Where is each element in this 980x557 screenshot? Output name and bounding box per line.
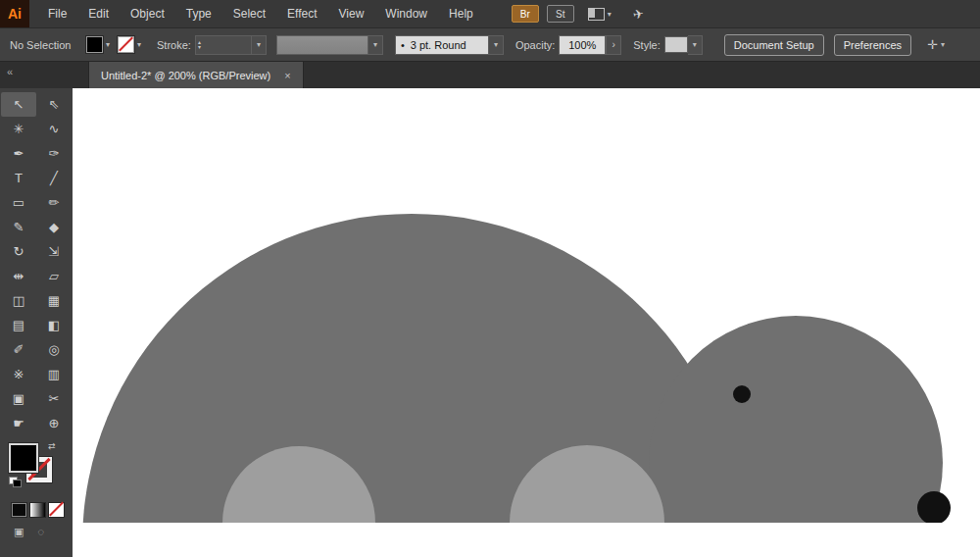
chevron-down-icon: ▾ (494, 40, 498, 49)
menu-item-select[interactable]: Select (222, 0, 276, 27)
lasso-tool[interactable]: ∿ (36, 117, 72, 141)
opacity-label[interactable]: Opacity: (515, 39, 555, 51)
paintbrush-tool[interactable]: ✏ (36, 190, 72, 215)
perspective-grid-tool-icon: ▦ (48, 294, 60, 307)
perspective-grid-tool[interactable]: ▦ (36, 288, 72, 313)
rectangle-tool-icon: ▭ (13, 196, 24, 209)
width-tool[interactable]: ⇹ (1, 264, 36, 288)
shape-builder-tool[interactable]: ◫ (1, 288, 36, 313)
hand-tool[interactable]: ☛ (1, 411, 36, 435)
stock-button[interactable]: St (547, 5, 574, 23)
selection-tool[interactable]: ↖ (1, 92, 36, 117)
zoom-tool-icon: ⊕ (49, 417, 60, 430)
workspace-icon (588, 8, 605, 21)
menu-item-edit[interactable]: Edit (77, 0, 120, 27)
chevron-down-icon: ▾ (257, 40, 261, 49)
blend-tool[interactable]: ◎ (36, 337, 72, 362)
curvature-tool-icon: ✑ (49, 147, 60, 160)
gradient-button[interactable] (29, 502, 46, 518)
free-transform-tool[interactable]: ▱ (36, 264, 72, 288)
free-transform-tool-icon: ▱ (49, 270, 59, 282)
eraser-tool[interactable]: ◆ (36, 215, 72, 239)
workspace-switcher[interactable]: ▾ (582, 8, 612, 21)
line-segment-tool[interactable]: ╱ (36, 166, 72, 190)
none-button[interactable] (48, 502, 65, 518)
scale-tool-icon: ⇲ (49, 245, 60, 258)
artboard-tool[interactable]: ▣ (1, 386, 36, 411)
mesh-tool[interactable]: ▤ (1, 313, 36, 337)
style-label[interactable]: Style: (633, 39, 661, 51)
document-tab[interactable]: Untitled-2* @ 200% (RGB/Preview) × (88, 62, 304, 88)
magic-wand-tool[interactable]: ✳ (1, 117, 36, 141)
eye-dot-shape[interactable] (733, 385, 751, 403)
gpu-performance-icon[interactable]: ✈ (631, 6, 645, 23)
slice-tool[interactable]: ✂ (36, 386, 72, 411)
stroke-weight-label[interactable]: Stroke: (157, 39, 191, 51)
menu-item-effect[interactable]: Effect (276, 0, 327, 27)
zoom-tool[interactable]: ⊕ (36, 411, 72, 435)
gradient-tool[interactable]: ◧ (36, 313, 72, 337)
type-tool[interactable]: T (1, 166, 36, 190)
swap-fill-stroke-icon[interactable]: ⇄ (48, 441, 56, 451)
style-dropdown[interactable]: ▾ (688, 35, 703, 55)
direct-selection-tool[interactable]: ⇖ (36, 92, 72, 117)
chevron-down-icon[interactable]: ▾ (941, 40, 945, 49)
control-bar: No Selection ▾ ▾ Stroke: ▴▾ ▾ ▾ • 3 pt. … (0, 28, 980, 62)
brush-definition-dropdown[interactable]: ▾ (489, 35, 504, 55)
opacity-input[interactable]: 100% (559, 35, 606, 55)
symbol-sprayer-tool-icon: ※ (14, 368, 24, 380)
draw-normal-mode-icon[interactable]: ▣ (14, 526, 24, 538)
direct-selection-tool-icon: ⇖ (49, 98, 60, 111)
menu-item-help[interactable]: Help (438, 0, 484, 27)
chevron-down-icon: ▾ (608, 10, 612, 19)
selection-status-label: No Selection (10, 39, 80, 51)
screen-mode-icon[interactable]: ◌ (37, 526, 44, 538)
appbar-right: Br St ▾ ✈ (512, 5, 644, 23)
collapse-dock-icon[interactable]: « (7, 66, 13, 77)
pen-tool-icon: ✒ (14, 147, 24, 160)
opacity-flyout-button[interactable]: › (606, 35, 621, 55)
stroke-color-swatch[interactable] (118, 36, 134, 53)
black-circle-shape[interactable] (917, 491, 951, 525)
menu-item-object[interactable]: Object (120, 0, 175, 27)
menu-item-window[interactable]: Window (374, 0, 438, 27)
menu-item-file[interactable]: File (37, 0, 77, 27)
style-swatch[interactable] (664, 36, 688, 53)
fill-indicator-swatch[interactable] (9, 443, 38, 473)
rectangle-tool[interactable]: ▭ (1, 190, 36, 215)
control-panel-options-icon[interactable]: ✛ (927, 37, 938, 52)
column-graph-tool[interactable]: ▥ (36, 362, 72, 386)
selection-tool-icon: ↖ (14, 98, 24, 111)
curvature-tool[interactable]: ✑ (36, 141, 72, 166)
artboard[interactable] (73, 88, 980, 557)
pen-tool[interactable]: ✒ (1, 141, 36, 166)
stroke-weight-input[interactable]: ▴▾ (195, 35, 252, 55)
fill-color-swatch[interactable] (86, 36, 103, 53)
preferences-button[interactable]: Preferences (834, 34, 911, 56)
brush-definition-field[interactable]: • 3 pt. Round (395, 35, 489, 55)
color-button[interactable] (11, 502, 27, 518)
document-setup-button[interactable]: Document Setup (724, 34, 824, 56)
width-tool-icon: ⇹ (14, 270, 24, 282)
head-circle-shape[interactable] (649, 316, 943, 557)
width-profile-preview[interactable] (276, 35, 368, 55)
scale-tool[interactable]: ⇲ (36, 239, 72, 264)
menu-item-view[interactable]: View (328, 0, 375, 27)
eyedropper-tool[interactable]: ✐ (1, 337, 36, 362)
close-icon[interactable]: × (284, 70, 290, 81)
eyedropper-tool-icon: ✐ (14, 343, 24, 356)
stroke-chevron-down-icon[interactable]: ▾ (137, 40, 141, 49)
rotate-tool[interactable]: ↻ (1, 239, 36, 264)
shape-builder-tool-icon: ◫ (13, 294, 24, 307)
menu-item-type[interactable]: Type (175, 0, 222, 27)
stroke-weight-dropdown[interactable]: ▾ (252, 35, 267, 55)
symbol-sprayer-tool[interactable]: ※ (1, 362, 36, 386)
stroke-weight-stepper[interactable]: ▴▾ (196, 40, 203, 50)
hand-tool-icon: ☛ (13, 417, 24, 430)
fill-stroke-indicator: ⇄ (9, 443, 64, 490)
pencil-tool[interactable]: ✎ (1, 215, 36, 239)
bridge-button[interactable]: Br (512, 5, 539, 23)
fill-chevron-down-icon[interactable]: ▾ (106, 40, 110, 49)
width-profile-dropdown[interactable]: ▾ (368, 35, 383, 55)
default-fill-stroke-icon[interactable] (9, 477, 21, 486)
